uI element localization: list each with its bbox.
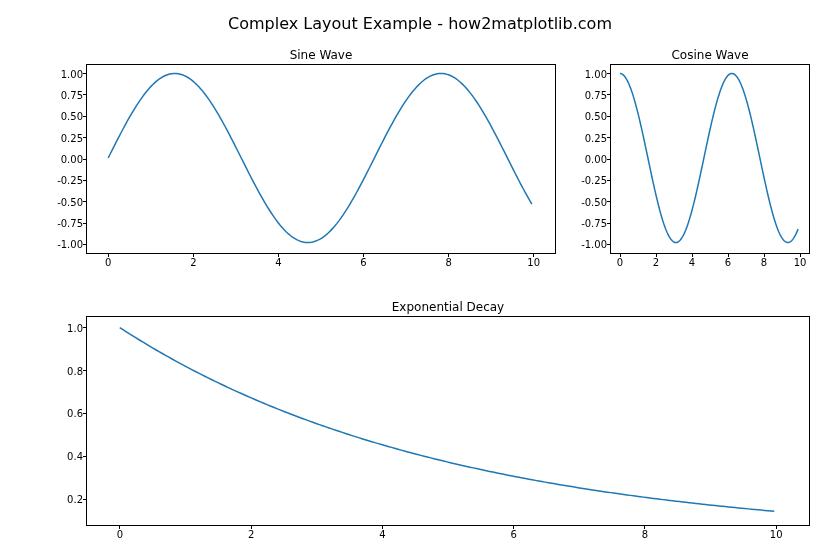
axes-cosine: Cosine Wave -1.00-0.75-0.50-0.250.000.25… (610, 48, 810, 254)
x-tick-mark (644, 525, 645, 529)
y-tick-mark (607, 159, 611, 160)
y-tick-mark (607, 180, 611, 181)
y-tick-mark (83, 137, 87, 138)
x-tick-mark (764, 253, 765, 257)
axes-title-cosine: Cosine Wave (610, 48, 810, 62)
plot-area-exp: 0.20.40.60.81.00246810 (86, 316, 810, 526)
y-tick-mark (607, 223, 611, 224)
x-tick-mark (656, 253, 657, 257)
axes-sine: Sine Wave -1.00-0.75-0.50-0.250.000.250.… (86, 48, 556, 254)
y-tick-mark (607, 94, 611, 95)
plot-area-cosine: -1.00-0.75-0.50-0.250.000.250.500.751.00… (610, 64, 810, 254)
x-tick-mark (620, 253, 621, 257)
y-tick-mark (607, 116, 611, 117)
y-tick-mark (83, 116, 87, 117)
x-tick-mark (800, 253, 801, 257)
y-tick-mark (83, 223, 87, 224)
x-tick-mark (278, 253, 279, 257)
x-tick-mark (533, 253, 534, 257)
y-tick-mark (83, 456, 87, 457)
y-tick-mark (83, 499, 87, 500)
x-tick-mark (513, 525, 514, 529)
y-tick-mark (607, 73, 611, 74)
y-tick-mark (607, 244, 611, 245)
y-tick-mark (83, 327, 87, 328)
x-tick-mark (728, 253, 729, 257)
x-tick-mark (108, 253, 109, 257)
plot-area-sine: -1.00-0.75-0.50-0.250.000.250.500.751.00… (86, 64, 556, 254)
figure: Complex Layout Example - how2matplotlib.… (0, 0, 840, 560)
x-tick-mark (119, 525, 120, 529)
y-tick-mark (83, 244, 87, 245)
y-tick-mark (83, 73, 87, 74)
y-tick-mark (83, 159, 87, 160)
x-tick-mark (776, 525, 777, 529)
x-tick-mark (251, 525, 252, 529)
y-tick-mark (83, 370, 87, 371)
y-tick-mark (83, 413, 87, 414)
figure-suptitle: Complex Layout Example - how2matplotlib.… (0, 14, 840, 33)
axes-title-exp: Exponential Decay (86, 300, 810, 314)
x-tick-mark (692, 253, 693, 257)
axes-exp: Exponential Decay 0.20.40.60.81.00246810 (86, 300, 810, 526)
x-tick-mark (382, 525, 383, 529)
y-tick-mark (607, 137, 611, 138)
x-tick-mark (448, 253, 449, 257)
y-tick-mark (83, 201, 87, 202)
y-tick-mark (83, 180, 87, 181)
y-tick-mark (83, 94, 87, 95)
y-tick-mark (607, 201, 611, 202)
axes-title-sine: Sine Wave (86, 48, 556, 62)
x-tick-mark (193, 253, 194, 257)
x-tick-mark (363, 253, 364, 257)
